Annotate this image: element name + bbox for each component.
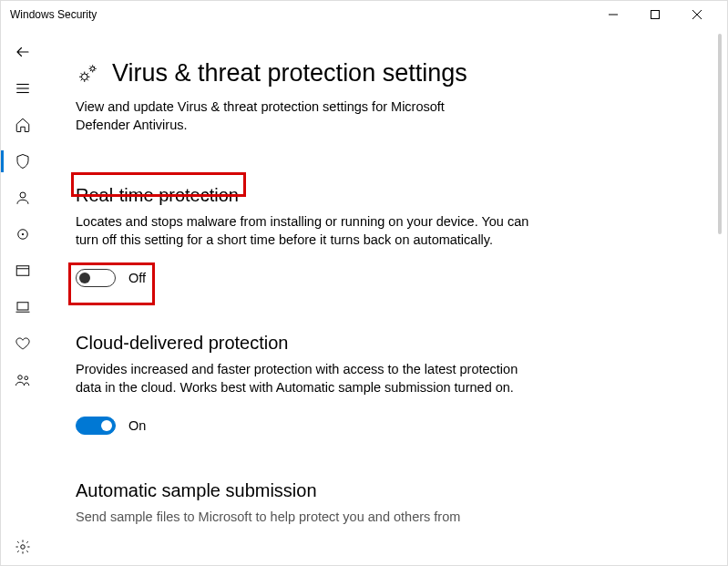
svg-point-8: [22, 233, 24, 235]
device-icon: [15, 299, 31, 315]
page-title: Virus & threat protection settings: [112, 59, 467, 87]
cloud-toggle[interactable]: [76, 417, 116, 435]
window-controls: [592, 1, 718, 28]
svg-rect-9: [16, 266, 29, 276]
gear-icon: [15, 539, 31, 555]
close-button[interactable]: [676, 1, 718, 28]
hamburger-icon: [15, 80, 31, 97]
sidebar-item-home[interactable]: [1, 107, 45, 143]
sidebar-item-device-performance[interactable]: [1, 325, 45, 362]
svg-point-14: [25, 376, 28, 380]
content-area: Virus & threat protection settings View …: [45, 28, 727, 565]
svg-point-15: [21, 545, 26, 550]
section-realtime-desc: Locates and stops malware from installin…: [76, 213, 531, 249]
section-cloud-title: Cloud-delivered protection: [76, 333, 531, 354]
sidebar-item-app-browser[interactable]: [1, 252, 45, 289]
app-browser-icon: [15, 262, 31, 279]
realtime-toggle-row: Off: [76, 269, 531, 287]
titlebar: Windows Security: [1, 1, 727, 28]
maximize-button[interactable]: [634, 1, 676, 28]
window-title: Windows Security: [10, 8, 97, 21]
sidebar-item-account[interactable]: [1, 180, 45, 216]
svg-rect-11: [17, 303, 28, 310]
minimize-button[interactable]: [592, 1, 634, 28]
section-realtime-title: Real-time protection: [76, 185, 531, 206]
menu-button[interactable]: [1, 70, 45, 107]
sidebar-item-virus-threat[interactable]: [1, 143, 45, 180]
close-icon: [692, 10, 702, 19]
app-window: Windows Security: [0, 0, 728, 566]
maximize-icon: [651, 10, 660, 19]
page-subtitle: View and update Virus & threat protectio…: [76, 98, 495, 134]
svg-point-16: [82, 74, 88, 80]
minimize-icon: [609, 10, 618, 19]
cloud-toggle-label: On: [128, 418, 146, 433]
section-cloud-desc: Provides increased and faster protection…: [76, 361, 531, 396]
family-icon: [15, 372, 31, 388]
scroll-thumb[interactable]: [718, 34, 722, 234]
toggle-knob: [79, 273, 90, 283]
section-sample-title: Automatic sample submission: [76, 480, 531, 501]
cloud-toggle-row: On: [76, 417, 531, 435]
person-icon: [15, 190, 31, 206]
vertical-scrollbar[interactable]: [714, 28, 727, 565]
svg-rect-1: [651, 11, 660, 19]
svg-point-13: [18, 376, 23, 380]
realtime-toggle-label: Off: [128, 271, 146, 285]
svg-point-7: [20, 192, 26, 198]
page-header: Virus & threat protection settings: [76, 59, 691, 87]
section-cloud: Cloud-delivered protection Provides incr…: [76, 333, 531, 435]
network-icon: [15, 226, 31, 242]
home-icon: [15, 117, 31, 133]
back-icon: [15, 44, 31, 60]
back-button[interactable]: [1, 34, 45, 70]
toggle-knob: [101, 420, 112, 431]
section-sample-desc: Send sample files to Microsoft to help p…: [76, 509, 531, 527]
sidebar: [1, 28, 45, 565]
gears-icon: [76, 62, 99, 86]
sidebar-item-family[interactable]: [1, 362, 45, 398]
sidebar-item-device-security[interactable]: [1, 289, 45, 325]
realtime-toggle[interactable]: [76, 269, 116, 287]
shield-icon: [15, 153, 31, 170]
sidebar-item-settings[interactable]: [1, 529, 45, 565]
section-sample: Automatic sample submission Send sample …: [76, 480, 531, 527]
section-realtime: Real-time protection Locates and stops m…: [76, 185, 531, 287]
heart-icon: [15, 335, 31, 352]
sidebar-item-firewall[interactable]: [1, 216, 45, 252]
